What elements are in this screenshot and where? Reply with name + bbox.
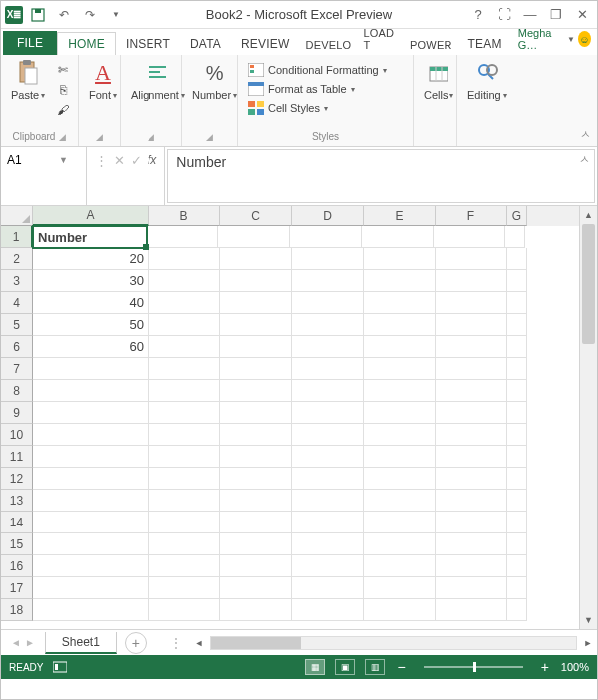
formula-more-icon[interactable]: ⋮	[95, 153, 108, 168]
tab-loadtest[interactable]: LOAD T	[357, 23, 404, 55]
zoom-out-icon[interactable]: −	[395, 659, 407, 675]
cell-F10[interactable]	[436, 424, 507, 446]
scroll-right-icon[interactable]: ►	[579, 638, 597, 648]
cell-C18[interactable]	[220, 599, 292, 621]
cell-G4[interactable]	[507, 292, 527, 314]
cell-G12[interactable]	[507, 468, 527, 490]
undo-icon[interactable]: ↶	[53, 4, 75, 26]
scroll-left-icon[interactable]: ◄	[190, 638, 208, 648]
name-box-dropdown-icon[interactable]: ▼	[59, 151, 68, 165]
number-button[interactable]: % Number▾	[188, 57, 241, 103]
zoom-slider[interactable]	[424, 666, 523, 668]
cell-A8[interactable]	[33, 380, 149, 402]
cell-D12[interactable]	[292, 468, 364, 490]
sheet-next-icon[interactable]: ►	[25, 637, 35, 648]
row-header-16[interactable]: 16	[1, 555, 33, 577]
sheet-prev-icon[interactable]: ◄	[11, 637, 21, 648]
cell-F2[interactable]	[436, 248, 507, 270]
cell-A13[interactable]	[33, 490, 149, 512]
tab-insert[interactable]: INSERT	[116, 33, 180, 55]
cell-E6[interactable]	[364, 336, 436, 358]
cell-B10[interactable]	[149, 424, 220, 446]
cell-B12[interactable]	[149, 468, 220, 490]
row-header-2[interactable]: 2	[1, 248, 33, 270]
cell-B1[interactable]	[147, 226, 218, 248]
tab-review[interactable]: REVIEW	[231, 33, 300, 55]
cell-B8[interactable]	[149, 380, 220, 402]
conditional-formatting-button[interactable]: Conditional Formatting▾	[244, 61, 407, 79]
collapse-ribbon-icon[interactable]: ㅅ	[580, 127, 591, 142]
cell-E11[interactable]	[364, 446, 436, 468]
cell-F8[interactable]	[436, 380, 507, 402]
cell-E14[interactable]	[364, 512, 436, 533]
row-header-12[interactable]: 12	[1, 468, 33, 490]
row-header-5[interactable]: 5	[1, 314, 33, 336]
cell-F13[interactable]	[436, 490, 507, 512]
cell-D16[interactable]	[292, 555, 364, 577]
copy-icon[interactable]: ⎘	[53, 81, 73, 99]
cell-F3[interactable]	[436, 270, 507, 292]
cell-G6[interactable]	[507, 336, 527, 358]
cell-F18[interactable]	[436, 599, 507, 621]
row-header-13[interactable]: 13	[1, 490, 33, 512]
row-header-3[interactable]: 3	[1, 270, 33, 292]
cell-F9[interactable]	[436, 402, 507, 424]
select-all-corner[interactable]	[1, 206, 33, 226]
cell-E4[interactable]	[364, 292, 436, 314]
col-header-F[interactable]: F	[436, 206, 507, 226]
col-header-B[interactable]: B	[149, 206, 220, 226]
horizontal-scrollbar[interactable]: ⋮ ◄ ►	[166, 636, 597, 650]
cell-D6[interactable]	[292, 336, 364, 358]
user-account[interactable]: Megha G… ▼ ☺	[512, 23, 597, 55]
macro-record-icon[interactable]	[53, 661, 67, 673]
zoom-in-icon[interactable]: +	[539, 659, 551, 675]
cell-F6[interactable]	[436, 336, 507, 358]
cell-G10[interactable]	[507, 424, 527, 446]
cell-F16[interactable]	[436, 555, 507, 577]
cell-D2[interactable]	[292, 248, 364, 270]
tab-home[interactable]: HOME	[57, 32, 116, 55]
cell-D8[interactable]	[292, 380, 364, 402]
cell-C4[interactable]	[220, 292, 292, 314]
cell-G9[interactable]	[507, 402, 527, 424]
editing-button[interactable]: Editing▾	[463, 57, 511, 103]
cell-A10[interactable]	[33, 424, 149, 446]
font-button[interactable]: A Font▾	[85, 57, 121, 103]
cell-B14[interactable]	[149, 512, 220, 533]
cell-E1[interactable]	[362, 226, 434, 248]
format-painter-icon[interactable]: 🖌	[53, 101, 73, 119]
qat-dropdown-icon[interactable]: ▼	[105, 4, 127, 26]
cell-D15[interactable]	[292, 533, 364, 555]
cell-B5[interactable]	[149, 314, 220, 336]
cell-C1[interactable]	[218, 226, 290, 248]
format-as-table-button[interactable]: Format as Table▾	[244, 80, 407, 98]
cell-C8[interactable]	[220, 380, 292, 402]
insert-function-icon[interactable]: fх	[148, 153, 156, 167]
tab-file[interactable]: FILE	[3, 31, 57, 55]
cell-E10[interactable]	[364, 424, 436, 446]
row-header-7[interactable]: 7	[1, 358, 33, 380]
cell-D5[interactable]	[292, 314, 364, 336]
cell-G18[interactable]	[507, 599, 527, 621]
cell-A17[interactable]	[33, 577, 149, 599]
font-dialog-icon[interactable]: ◢	[96, 132, 103, 142]
scroll-down-icon[interactable]: ▼	[580, 611, 597, 629]
hscroll-thumb[interactable]	[211, 637, 301, 649]
help-icon[interactable]: ?	[467, 4, 489, 26]
cell-C17[interactable]	[220, 577, 292, 599]
cell-G5[interactable]	[507, 314, 527, 336]
vertical-scrollbar[interactable]: ▲ ▼	[579, 206, 597, 629]
cell-G11[interactable]	[507, 446, 527, 468]
redo-icon[interactable]: ↷	[79, 4, 101, 26]
cell-E16[interactable]	[364, 555, 436, 577]
cell-D4[interactable]	[292, 292, 364, 314]
cell-G1[interactable]	[505, 226, 525, 248]
row-header-8[interactable]: 8	[1, 380, 33, 402]
cell-A7[interactable]	[33, 358, 149, 380]
cell-C2[interactable]	[220, 248, 292, 270]
expand-formula-icon[interactable]: ㅅ	[579, 152, 590, 167]
cell-D18[interactable]	[292, 599, 364, 621]
cell-G2[interactable]	[507, 248, 527, 270]
zoom-thumb[interactable]	[473, 662, 476, 672]
cell-B9[interactable]	[149, 402, 220, 424]
